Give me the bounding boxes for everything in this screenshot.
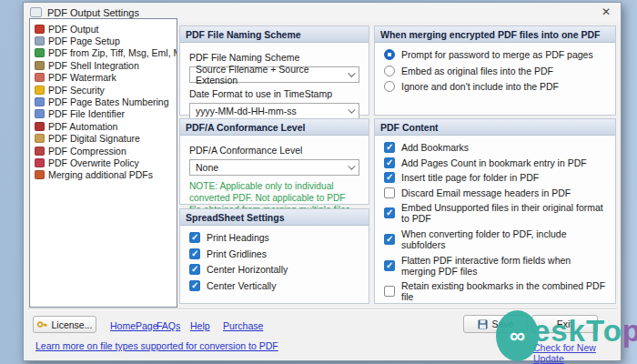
- chevron-down-icon: [348, 69, 355, 76]
- tree-item[interactable]: PDF Shell Integration: [32, 59, 175, 71]
- settings-tree: PDF Output PDF Page Setup PDF from Zip, …: [29, 18, 177, 308]
- save-button[interactable]: Save: [463, 315, 528, 333]
- checkbox[interactable]: [189, 248, 200, 259]
- checkbox[interactable]: [384, 142, 395, 153]
- checkbox[interactable]: [384, 207, 395, 218]
- tree-item[interactable]: PDF Page Bates Numbering: [32, 96, 175, 107]
- tree-item[interactable]: PDF Page Setup: [32, 35, 175, 46]
- tree-item[interactable]: PDF Compression: [32, 145, 175, 157]
- desktop: { "window": { "title": "PDF Output Setti…: [0, 0, 637, 364]
- spreadsheet-option[interactable]: Center Horizontally: [189, 264, 359, 275]
- pdf-output-settings-dialog: PDF Output Settings ✕ PDF Output PDF Pag…: [23, 2, 622, 361]
- naming-scheme-value: Source Filename + Source Extension: [196, 64, 348, 86]
- exit-button[interactable]: Exit: [531, 315, 598, 333]
- content-option[interactable]: Embed Unsupported files in their origina…: [384, 202, 606, 224]
- tree-item[interactable]: PDF Digital Signature: [32, 133, 175, 145]
- content-option[interactable]: When converting folder to PDF, include s…: [384, 228, 606, 250]
- naming-scheme-label: PDF File Naming Scheme: [189, 52, 359, 63]
- checkbox[interactable]: [384, 172, 395, 183]
- shell-integration-icon: [35, 61, 45, 70]
- spreadsheet-groupbox: SpreadSheet Settings Print Headings Prin…: [179, 208, 369, 304]
- conformance-header: PDF/A Conformance Level: [180, 119, 369, 136]
- merging-option[interactable]: Ignore and don't include into the PDF: [384, 81, 606, 92]
- check-update-link[interactable]: Check for New Update: [533, 342, 621, 364]
- save-icon: [478, 319, 488, 329]
- tree-item[interactable]: Merging additional PDFs: [32, 169, 175, 181]
- archive-formats-icon: [35, 48, 45, 57]
- lock-icon: [35, 86, 45, 95]
- learn-more-link[interactable]: Learn more on file types supported for c…: [35, 340, 278, 351]
- overwrite-policy-icon: [35, 158, 45, 167]
- spreadsheet-option[interactable]: Print Headings: [189, 232, 359, 243]
- tree-item[interactable]: PDF Overwrite Policy: [32, 157, 175, 168]
- pdf-content-header: PDF Content: [375, 119, 615, 136]
- merging-groupbox: When merging encrypted PDF files into on…: [374, 25, 616, 116]
- radio-button[interactable]: [384, 66, 395, 76]
- tree-item[interactable]: PDF Security: [32, 84, 175, 96]
- radio-button[interactable]: [384, 49, 395, 60]
- help-link[interactable]: Help: [190, 320, 210, 331]
- pdf-output-icon: [35, 25, 45, 34]
- merging-option[interactable]: Prompt for password to merge as PDF page…: [384, 49, 606, 60]
- conformance-groupbox: PDF/A Conformance Level PDF/A Conformanc…: [179, 118, 369, 205]
- file-naming-groupbox: PDF File Naming Scheme PDF File Naming S…: [179, 25, 369, 116]
- content-option[interactable]: Retain existing bookmarks in the combine…: [384, 280, 606, 302]
- checkbox[interactable]: [384, 157, 395, 168]
- spreadsheet-option[interactable]: Center Vertically: [189, 280, 359, 291]
- tree-item[interactable]: PDF Automation: [32, 120, 175, 132]
- file-identifier-icon: [35, 109, 45, 118]
- chevron-down-icon: [348, 106, 355, 113]
- compression-icon: [35, 147, 45, 156]
- save-button-label: Save: [492, 318, 514, 329]
- tree-item[interactable]: PDF Watermark: [32, 72, 175, 84]
- tree-item[interactable]: PDF File Identifier: [32, 108, 175, 120]
- content-option[interactable]: Flatten PDF interactive form fields when…: [384, 255, 606, 277]
- footer-divider: [27, 308, 617, 310]
- date-format-value: yyyy-MM-dd-HH-mm-ss: [196, 106, 297, 116]
- merging-header: When merging encrypted PDF files into on…: [375, 26, 615, 43]
- chevron-down-icon: [348, 162, 355, 169]
- checkbox[interactable]: [189, 264, 200, 275]
- tree-item[interactable]: PDF from Zip, Tiff, Msg, Eml, Mbox: [32, 47, 175, 59]
- faqs-link[interactable]: FAQs: [157, 320, 180, 331]
- checkbox[interactable]: [384, 187, 395, 198]
- content-option[interactable]: Add Bookmarks: [384, 142, 606, 153]
- license-button[interactable]: License...: [33, 316, 96, 333]
- tree-item[interactable]: PDF Output: [32, 23, 175, 35]
- radio-button[interactable]: [384, 81, 395, 92]
- conformance-dropdown[interactable]: None: [189, 159, 359, 176]
- pdf-content-groupbox: PDF Content Add Bookmarks Add Pages Coun…: [374, 118, 616, 304]
- bates-numbering-icon: [35, 97, 45, 106]
- automation-icon: [35, 122, 45, 131]
- date-format-label: Date Format to use in TimeStamp: [189, 88, 359, 99]
- content-option[interactable]: Insert title page for folder in PDF: [384, 172, 606, 183]
- key-icon: [37, 320, 47, 329]
- content-option[interactable]: Add Pages Count in bookmark entry in PDF: [384, 157, 606, 168]
- checkbox[interactable]: [189, 280, 200, 291]
- naming-scheme-dropdown[interactable]: Source Filename + Source Extension: [189, 66, 359, 83]
- file-naming-header: PDF File Naming Scheme: [180, 26, 369, 43]
- app-icon: [30, 7, 42, 17]
- checkbox[interactable]: [384, 234, 395, 245]
- conformance-label: PDF/A Conformance Level: [189, 145, 359, 156]
- license-button-label: License...: [52, 319, 93, 330]
- content-option[interactable]: Discard Email message headers in PDF: [384, 187, 606, 198]
- purchase-link[interactable]: Purchase: [223, 320, 263, 331]
- signature-pen-icon: [35, 134, 45, 143]
- merging-option[interactable]: Embed as original files into the PDF: [384, 66, 606, 76]
- homepage-link[interactable]: HomePage: [110, 320, 158, 331]
- spreadsheet-header: SpreadSheet Settings: [180, 209, 369, 226]
- watermark-text-purple: p: [622, 314, 637, 348]
- merge-pdfs-icon: [35, 170, 45, 179]
- checkbox[interactable]: [384, 260, 395, 271]
- date-format-dropdown[interactable]: yyyy-MM-dd-HH-mm-ss: [189, 103, 359, 119]
- conformance-value: None: [196, 162, 218, 173]
- spreadsheet-option[interactable]: Print Gridlines: [189, 248, 359, 259]
- checkbox[interactable]: [384, 286, 395, 297]
- checkbox[interactable]: [189, 232, 200, 243]
- exit-button-label: Exit: [557, 318, 573, 329]
- page-setup-icon: [35, 36, 45, 46]
- close-icon[interactable]: ✕: [599, 5, 613, 19]
- watermark-icon: [35, 73, 45, 82]
- window-title: PDF Output Settings: [47, 7, 139, 18]
